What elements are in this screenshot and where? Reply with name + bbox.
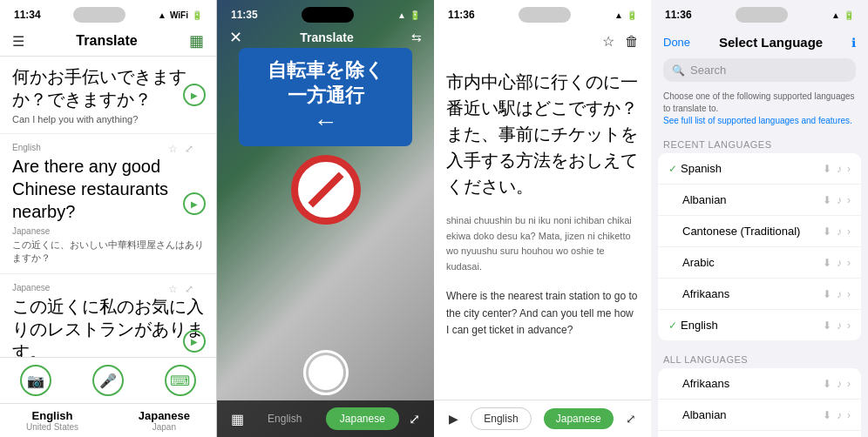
download-icon[interactable]: ⬇: [823, 257, 831, 269]
speech-icon[interactable]: ♪: [837, 163, 842, 175]
star-icon[interactable]: ☆: [602, 33, 614, 50]
star-icon[interactable]: ☆: [168, 283, 178, 295]
expand-icon[interactable]: ⤢: [185, 143, 193, 155]
chevron-right-icon: ›: [847, 163, 851, 175]
recent-lang-row[interactable]: ✓ Spanish ⬇ ♪ ›: [658, 153, 861, 185]
target-lang-name: Japanese: [139, 409, 190, 422]
all-lang-row[interactable]: Afrikaans ⬇ ♪ ›: [658, 368, 861, 400]
lang-row-icons: ⬇ ♪ ›: [823, 257, 851, 269]
lang-note-link[interactable]: See full list of supported languages and…: [663, 115, 856, 127]
recent-lang-row[interactable]: Cantonese (Traditional) ⬇ ♪ ›: [658, 216, 861, 247]
done-button[interactable]: Done: [663, 36, 690, 49]
download-icon[interactable]: ⬇: [823, 319, 831, 332]
lang-name: Albanian: [682, 408, 727, 421]
scan-icon[interactable]: ▦: [189, 31, 204, 50]
all-lang-row[interactable]: Albanian ⬇ ♪ ›: [658, 400, 861, 431]
screen3-content: 市内中心部に行くのに一番近い駅はどこですか？また、事前にチケットを入手する方法を…: [434, 57, 651, 400]
lang-name: English: [681, 319, 718, 332]
lang-row-icons: ⬇ ♪ ›: [823, 409, 851, 421]
screen4-title: Select Language: [719, 35, 823, 50]
all-header: All Languages: [651, 347, 868, 368]
japanese-text: 市内中心部に行くのに一番近い駅はどこですか？また、事前にチケットを入手する方法を…: [446, 69, 639, 199]
chevron-right-icon: ›: [847, 409, 851, 421]
speech-icon[interactable]: ♪: [837, 194, 842, 206]
recent-lang-row[interactable]: ✓ English ⬇ ♪ ›: [658, 310, 861, 340]
shutter-button[interactable]: [303, 350, 349, 395]
recent-lang-row[interactable]: Arabic ⬇ ♪ ›: [658, 247, 861, 279]
keyboard-icon: ⌨: [165, 365, 196, 396]
recent-lang-row[interactable]: Afrikaans ⬇ ♪ ›: [658, 279, 861, 310]
play-icon[interactable]: ▶: [449, 412, 458, 426]
search-placeholder: Search: [690, 64, 726, 77]
screen2-ar-icon[interactable]: ⇆: [411, 30, 422, 44]
screen2-pill: [302, 7, 354, 23]
play-button[interactable]: ▶: [183, 192, 206, 215]
download-icon[interactable]: ⬇: [823, 409, 831, 421]
battery-icon: 🔋: [410, 10, 420, 20]
language-bar: English United States Japanese Japan: [0, 403, 216, 437]
speech-icon[interactable]: ♪: [837, 225, 842, 238]
download-icon[interactable]: ⬇: [823, 225, 831, 238]
checkmark-icon: ✓: [668, 319, 677, 332]
all-lang-row[interactable]: Amharic ⬇ ♪ ›: [658, 431, 861, 437]
translation-item: Japanese ☆ ⤢ この近くに私のお気に入りのレストランがあります。 En…: [0, 274, 216, 357]
expand-icon[interactable]: ⤢: [626, 412, 636, 426]
source-lang-pill[interactable]: English: [254, 407, 315, 430]
battery-icon: 🔋: [192, 10, 202, 20]
camera-icon: 📷: [20, 365, 51, 396]
play-button[interactable]: ▶: [183, 84, 206, 106]
speech-icon[interactable]: ♪: [837, 409, 842, 421]
delete-icon[interactable]: 🗑: [625, 34, 639, 50]
target-lang-pill[interactable]: Japanese: [326, 407, 399, 430]
camera-button[interactable]: 📷: [20, 365, 51, 396]
lang-name: Albanian: [682, 193, 727, 206]
speech-icon[interactable]: ♪: [837, 257, 842, 269]
keyboard-button[interactable]: ⌨: [165, 365, 196, 396]
speech-icon[interactable]: ♪: [837, 378, 842, 390]
sign-area: 自転車を除く 一方通行 ←: [239, 48, 412, 225]
recent-lang-row[interactable]: Albanian ⬇ ♪ ›: [658, 185, 861, 216]
source-language[interactable]: English United States: [26, 409, 78, 432]
target-language[interactable]: Japanese Japan: [139, 409, 190, 432]
menu-icon[interactable]: ☰: [12, 33, 24, 50]
speech-icon[interactable]: ♪: [837, 288, 842, 300]
screen4-time: 11:36: [665, 9, 692, 21]
search-icon: 🔍: [672, 64, 685, 77]
download-icon[interactable]: ⬇: [823, 194, 831, 206]
source-lang-pill[interactable]: English: [471, 407, 531, 430]
gallery-icon[interactable]: ▦: [231, 411, 244, 427]
speech-icon[interactable]: ♪: [837, 319, 842, 332]
no-entry-bar: [308, 172, 343, 208]
target-lang-pill[interactable]: Japanese: [544, 408, 614, 429]
signal-icon: ▲: [614, 10, 623, 20]
source-text-large: Are there any good Chinese restaurants n…: [12, 155, 204, 223]
star-icon[interactable]: ☆: [168, 143, 178, 155]
screen1-toolbar: 📷 🎤 ⌨: [0, 358, 216, 403]
lang-row-icons: ⬇ ♪ ›: [823, 319, 851, 332]
download-icon[interactable]: ⬇: [823, 288, 831, 300]
download-icon[interactable]: ⬇: [823, 378, 831, 390]
lang-note: Choose one of the following supported la…: [651, 85, 868, 132]
lang-label: Japanese: [12, 226, 204, 236]
info-icon[interactable]: ℹ: [851, 36, 856, 50]
play-button[interactable]: ▶: [183, 330, 206, 353]
lang-row-left: Albanian: [668, 408, 727, 421]
recent-lang-list: ✓ Spanish ⬇ ♪ › Albanian ⬇ ♪ › Cantonese…: [658, 153, 861, 340]
download-icon[interactable]: ⬇: [823, 163, 831, 175]
close-button[interactable]: ✕: [229, 28, 242, 47]
mic-button[interactable]: 🎤: [92, 365, 124, 396]
expand-icon[interactable]: ⤢: [185, 283, 193, 295]
screen4-phone: 11:36 ▲ 🔋 Done Select Language ℹ 🔍 Searc…: [651, 0, 868, 437]
source-text-large: この近くに私のお気に入りのレストランがあります。: [12, 295, 204, 357]
screen3-status-bar: 11:36 ▲ 🔋: [434, 0, 651, 26]
all-lang-list: Afrikaans ⬇ ♪ › Albanian ⬇ ♪ › Amharic ⬇…: [658, 368, 861, 437]
chevron-right-icon: ›: [847, 378, 851, 390]
search-bar[interactable]: 🔍 Search: [663, 58, 856, 82]
lang-row-left: Arabic: [668, 256, 715, 269]
screen2-bottom-bar: ▦ English Japanese ⤢: [217, 400, 434, 437]
fullscreen-icon[interactable]: ⤢: [409, 411, 420, 427]
screen3-status-icons: ▲ 🔋: [614, 10, 637, 20]
chevron-right-icon: ›: [847, 257, 851, 269]
screen2-action-bar: ✕ Translate ⇆: [217, 28, 434, 47]
shutter-inner: [309, 355, 343, 390]
